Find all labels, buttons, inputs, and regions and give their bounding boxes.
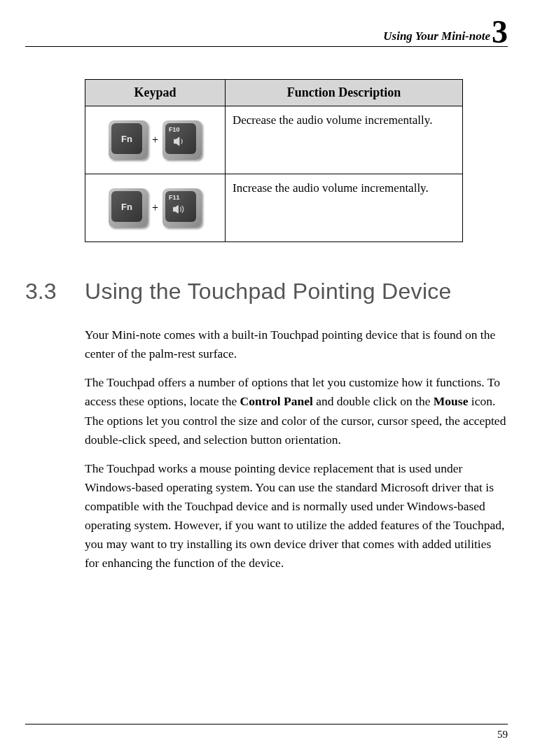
keypad-cell: Fn + F11 xyxy=(92,180,218,236)
section-title: Using the Touchpad Pointing Device xyxy=(85,279,452,304)
f10-key-icon: F10 xyxy=(162,120,202,160)
page-header: Using Your Mini-note 3 xyxy=(25,17,508,47)
section-heading: 3.3 Using the Touchpad Pointing Device xyxy=(25,279,508,304)
fn-key-label: Fn xyxy=(111,123,142,154)
chapter-number: 3 xyxy=(492,20,508,46)
page-footer: 59 xyxy=(25,724,508,741)
paragraph-2: The Touchpad offers a number of options … xyxy=(85,373,508,449)
plus-sign: + xyxy=(152,134,158,146)
table-row: Fn + F11 xyxy=(85,174,463,242)
table-header-keypad: Keypad xyxy=(85,80,226,106)
paragraph-1: Your Mini-note comes with a built-in Tou… xyxy=(85,326,508,363)
header-title: Using Your Mini-note xyxy=(383,29,490,43)
svg-marker-0 xyxy=(174,136,179,146)
table-row: Fn + F10 xyxy=(85,106,463,174)
page-content: Keypad Function Description Fn + xyxy=(25,79,508,573)
f10-key-label: F10 xyxy=(169,126,180,133)
description-cell: Increase the audio volume incrementally. xyxy=(226,174,463,242)
volume-down-icon xyxy=(174,136,188,148)
fn-key-label: Fn xyxy=(111,191,142,222)
keypad-table: Keypad Function Description Fn + xyxy=(85,79,463,242)
paragraph-3: The Touchpad works a mouse pointing devi… xyxy=(85,459,508,573)
mouse-bold: Mouse xyxy=(434,394,469,408)
f11-key-label: F11 xyxy=(169,194,180,201)
fn-key-icon: Fn xyxy=(109,120,148,160)
table-header-description: Function Description xyxy=(226,80,463,106)
f11-key-icon: F11 xyxy=(162,188,202,227)
section-number: 3.3 xyxy=(25,279,85,304)
body-text: Your Mini-note comes with a built-in Tou… xyxy=(85,326,508,573)
volume-up-icon xyxy=(173,204,188,216)
plus-sign: + xyxy=(152,202,158,214)
svg-marker-1 xyxy=(173,205,179,214)
page-number: 59 xyxy=(497,729,508,740)
fn-key-icon: Fn xyxy=(109,188,148,227)
control-panel-bold: Control Panel xyxy=(240,394,313,408)
description-cell: Decrease the audio volume incrementally. xyxy=(226,106,463,174)
keypad-cell: Fn + F10 xyxy=(92,112,218,168)
